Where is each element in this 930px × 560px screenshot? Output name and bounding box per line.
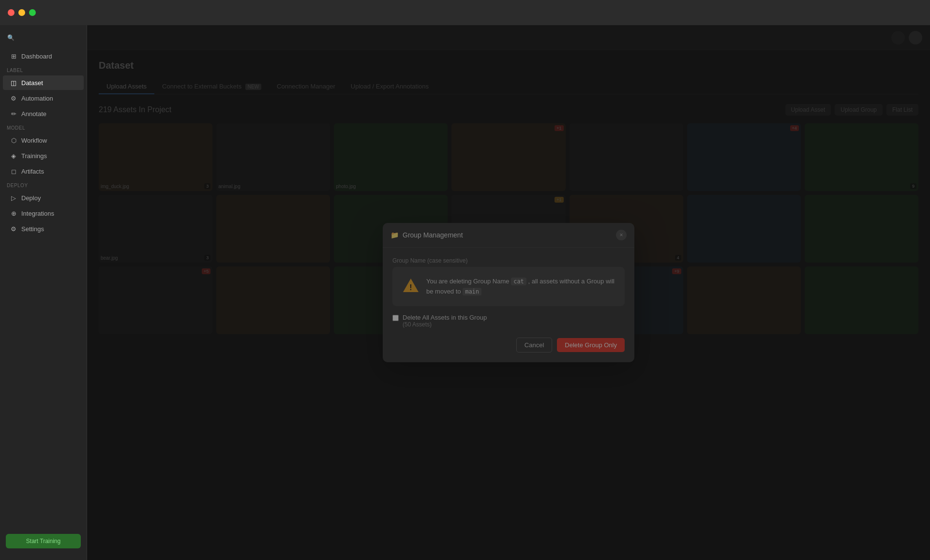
sidebar-search[interactable]: 🔍 [0, 31, 87, 44]
delete-group-only-button[interactable]: Delete Group Only [557, 338, 625, 352]
checkbox-sublabel: (50 Assets) [403, 321, 487, 328]
workflow-icon: ⬡ [10, 136, 17, 144]
sidebar-item-label: Workflow [21, 137, 47, 144]
sidebar-item-workflow[interactable]: ⬡ Workflow [3, 133, 84, 147]
search-icon: 🔍 [7, 34, 15, 42]
modal-body: Group Name (case sensitive) ! You are de… [383, 248, 634, 363]
sidebar-item-integrations[interactable]: ⊕ Integrations [3, 206, 84, 221]
dashboard-icon: ⊞ [10, 52, 17, 60]
svg-text:!: ! [409, 283, 412, 292]
minimize-button[interactable] [18, 9, 25, 16]
checkbox-label: Delete All Assets in this Group [403, 314, 487, 321]
sidebar-item-label: Annotate [21, 110, 46, 118]
sidebar-section-deploy: DEPLOY [0, 179, 87, 190]
confirm-dialog: ! You are deleting Group Name cat , all … [392, 267, 625, 307]
modal-actions: Cancel Delete Group Only [392, 338, 625, 353]
sidebar-item-label: Deploy [21, 194, 41, 202]
sidebar-section-model: MODEL [0, 121, 87, 133]
sidebar-item-trainings[interactable]: ◈ Trainings [3, 148, 84, 163]
sidebar-item-label: Dashboard [21, 53, 52, 60]
group-management-modal: 📁 Group Management × Group Name (case se… [383, 223, 634, 363]
modal-title-row: 📁 Group Management [390, 231, 463, 239]
sidebar-item-label: Settings [21, 225, 44, 233]
group-name-label: Group Name (case sensitive) [392, 257, 625, 264]
sidebar-item-deploy[interactable]: ▷ Deploy [3, 191, 84, 205]
maximize-button[interactable] [29, 9, 36, 16]
main-content: Dataset Upload Assets Connect to Externa… [87, 25, 930, 560]
confirm-text: You are deleting Group Name cat , all as… [426, 277, 615, 297]
delete-assets-checkbox[interactable] [392, 315, 399, 321]
sidebar-item-automation[interactable]: ⚙ Automation [3, 91, 84, 105]
sidebar-item-label: Trainings [21, 152, 47, 160]
settings-icon: ⚙ [10, 225, 17, 233]
dataset-icon: ◫ [10, 79, 17, 87]
warning-triangle-svg: ! [402, 277, 420, 294]
modal-header: 📁 Group Management × [383, 223, 634, 248]
trainings-icon: ◈ [10, 152, 17, 160]
sidebar-item-dataset[interactable]: ◫ Dataset [3, 75, 84, 90]
deploy-icon: ▷ [10, 194, 17, 202]
warning-icon: ! [402, 277, 420, 294]
sidebar-item-dashboard[interactable]: ⊞ Dashboard [3, 49, 84, 63]
sidebar-section-label: LABEL [0, 64, 87, 75]
close-button[interactable] [8, 9, 15, 16]
sidebar-item-settings[interactable]: ⚙ Settings [3, 221, 84, 236]
folder-icon: 📁 [390, 231, 399, 239]
sidebar-item-label: Dataset [21, 79, 43, 87]
start-training-button[interactable]: Start Training [6, 534, 81, 548]
artifacts-icon: ◻ [10, 167, 17, 175]
sidebar-item-label: Integrations [21, 210, 54, 217]
cancel-button[interactable]: Cancel [516, 338, 552, 353]
automation-icon: ⚙ [10, 94, 17, 102]
sidebar-item-artifacts[interactable]: ◻ Artifacts [3, 164, 84, 178]
sidebar-item-label: Artifacts [21, 168, 44, 175]
delete-assets-row: Delete All Assets in this Group (50 Asse… [392, 314, 625, 328]
modal-close-button[interactable]: × [616, 230, 627, 240]
sidebar: 🔍 ⊞ Dashboard LABEL ◫ Dataset ⚙ Automati… [0, 25, 87, 560]
sidebar-item-annotate[interactable]: ✏ Annotate [3, 106, 84, 121]
integrations-icon: ⊕ [10, 209, 17, 217]
target-group-highlight: main [463, 288, 481, 295]
group-name-highlight: cat [511, 278, 526, 285]
titlebar [0, 0, 930, 25]
modal-title: Group Management [403, 231, 463, 239]
modal-overlay[interactable]: 📁 Group Management × Group Name (case se… [87, 25, 930, 560]
annotate-icon: ✏ [10, 110, 17, 118]
sidebar-item-label: Automation [21, 95, 53, 102]
